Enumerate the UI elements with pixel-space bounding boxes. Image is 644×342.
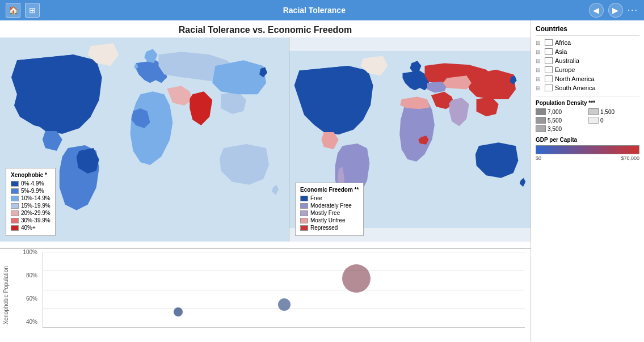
density-item-5500: 5,500 <box>536 117 587 124</box>
xeno-legend-title: Xenophobic * <box>11 172 50 178</box>
economic-freedom-legend: Economic Freedom ** Free Moderately Free… <box>295 183 364 236</box>
more-options-button[interactable]: ··· <box>628 5 638 15</box>
econ-swatch-5 <box>300 225 308 231</box>
legend-item-2: 5%-9.9% <box>11 188 50 194</box>
econ-swatch-3 <box>300 210 308 216</box>
econ-legend-item-2: Moderately Free <box>300 202 359 209</box>
econ-legend-item-5: Repressed <box>300 225 359 231</box>
legend-item-5: 20%-29.9% <box>11 210 50 216</box>
econ-swatch-4 <box>300 218 308 223</box>
color-box-africa <box>545 39 553 46</box>
econ-legend-item-1: Free <box>300 195 359 201</box>
grid-line-2 <box>43 271 525 271</box>
swatch-2 <box>11 188 19 194</box>
expand-icon-north-america: ⊞ <box>536 76 542 82</box>
expand-icon-australia: ⊞ <box>536 58 542 64</box>
country-item-north-america[interactable]: ⊞ North America <box>536 75 639 82</box>
swatch-3 <box>11 196 19 201</box>
country-label-africa: Africa <box>555 39 571 46</box>
country-item-asia[interactable]: ⊞ Asia <box>536 48 639 55</box>
scatter-bubble-3 <box>278 298 291 311</box>
right-panel: Countries ⊞ Africa ⊞ Asia ⊞ Australia ⊞ … <box>531 20 644 342</box>
color-box-north-america <box>545 75 553 82</box>
legend-item-6: 30%-39.9% <box>11 217 50 223</box>
nav-forward-button[interactable]: ▶ <box>608 3 623 18</box>
country-item-africa[interactable]: ⊞ Africa <box>536 39 639 46</box>
swatch-7 <box>11 225 19 231</box>
scatter-bubble-1 <box>342 264 371 293</box>
color-box-australia <box>545 57 553 64</box>
map-right[interactable]: Economic Freedom ** Free Moderately Free… <box>289 37 531 242</box>
gdp-labels: $0 $70,000 <box>536 155 639 161</box>
y-axis-label: Xenophobic Population <box>0 249 11 342</box>
econ-swatch-1 <box>300 196 308 201</box>
legend-item-4: 15%-19.9% <box>11 202 50 209</box>
expand-icon-europe: ⊞ <box>536 67 542 73</box>
country-label-australia: Australia <box>555 57 579 64</box>
density-box-1500 <box>588 108 599 115</box>
density-item-0: 0 <box>588 117 639 124</box>
legend-item-1: 0%-4.9% <box>11 180 50 187</box>
y-axis: 100% 80% 60% 40% <box>11 249 40 325</box>
country-label-south-america: South America <box>555 85 596 91</box>
scatter-bubble-2 <box>174 307 183 316</box>
add-button[interactable]: ⊞ <box>25 3 40 18</box>
density-box-0 <box>588 117 599 124</box>
swatch-6 <box>11 218 19 223</box>
econ-legend-title: Economic Freedom ** <box>300 187 359 193</box>
pop-density-title: Population Density *** <box>536 100 639 106</box>
color-box-asia <box>545 48 553 55</box>
country-label-europe: Europe <box>555 66 575 73</box>
country-item-south-america[interactable]: ⊞ South America <box>536 85 639 91</box>
expand-icon-south-america: ⊞ <box>536 85 542 91</box>
top-bar-right: ◀ ▶ ··· <box>589 3 638 18</box>
back-home-button[interactable]: 🏠 <box>6 3 20 18</box>
gdp-legend: GDP per Capita $0 $70,000 <box>536 137 639 161</box>
density-box-7000 <box>536 108 546 115</box>
expand-icon-asia: ⊞ <box>536 49 542 55</box>
top-bar-left: 🏠 ⊞ <box>6 3 40 18</box>
swatch-4 <box>11 203 19 209</box>
main-content: Racial Tolerance vs. Economic Freedom <box>0 20 644 342</box>
nav-back-button[interactable]: ◀ <box>589 3 604 18</box>
gdp-low: $0 <box>536 155 541 161</box>
expand-icon-africa: ⊞ <box>536 40 542 46</box>
chart-title: Racial Tolerance vs. Economic Freedom <box>0 20 531 37</box>
map-left[interactable]: Xenophobic * 0%-4.9% 5%-9.9% 10%-14.9% <box>0 37 289 242</box>
gdp-bar <box>536 145 639 154</box>
density-item-1500: 1,500 <box>588 108 639 115</box>
swatch-5 <box>11 210 19 216</box>
maps-area: Xenophobic * 0%-4.9% 5%-9.9% 10%-14.9% <box>0 37 531 248</box>
econ-legend-item-3: Mostly Free <box>300 210 359 216</box>
country-item-europe[interactable]: ⊞ Europe <box>536 66 639 73</box>
gdp-high: $70,000 <box>621 155 639 161</box>
econ-swatch-2 <box>300 203 308 209</box>
scatter-plot-area <box>43 252 525 328</box>
country-item-australia[interactable]: ⊞ Australia <box>536 57 639 64</box>
scatter-chart[interactable]: 100% 80% 60% 40% <box>11 249 531 342</box>
countries-header: Countries <box>536 25 639 36</box>
color-box-south-america <box>545 85 553 91</box>
legend-item-3: 10%-14.9% <box>11 195 50 201</box>
center-area: Racial Tolerance vs. Economic Freedom <box>0 20 531 342</box>
legend-item-7: 40%+ <box>11 225 50 231</box>
country-label-north-america: North America <box>555 75 595 82</box>
econ-legend-item-4: Mostly Unfree <box>300 217 359 223</box>
color-box-europe <box>545 66 553 73</box>
density-item-7000: 7,000 <box>536 108 587 115</box>
app-title: Racial Tolerance <box>283 6 346 15</box>
xenophobic-legend: Xenophobic * 0%-4.9% 5%-9.9% 10%-14.9% <box>6 168 56 236</box>
density-box-5500 <box>536 117 546 124</box>
bottom-area: Xenophobic Population 100% 80% 60% 40% <box>0 248 531 342</box>
density-box-3500 <box>536 125 546 132</box>
density-grid: 7,000 1,500 5,500 0 3,500 <box>536 108 639 132</box>
population-density-legend: Population Density *** 7,000 1,500 5,500… <box>536 96 639 132</box>
grid-line-3 <box>43 290 525 290</box>
density-item-3500: 3,500 <box>536 125 587 132</box>
country-label-asia: Asia <box>555 48 567 55</box>
swatch-1 <box>11 181 19 187</box>
top-bar: 🏠 ⊞ Racial Tolerance ◀ ▶ ··· <box>0 0 644 20</box>
grid-line-1 <box>43 252 525 252</box>
gdp-legend-title: GDP per Capita <box>536 137 639 143</box>
